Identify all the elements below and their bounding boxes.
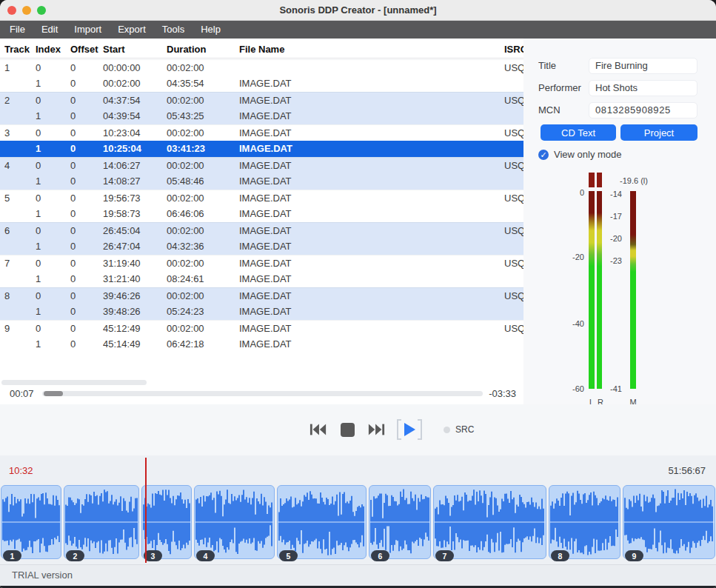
cell-file: IMAGE.DAT bbox=[239, 190, 402, 207]
audio-clip[interactable]: 8 bbox=[549, 485, 620, 559]
audio-clip[interactable]: 7 bbox=[433, 485, 546, 559]
cell-file: IMAGE.DAT bbox=[239, 238, 402, 255]
clip-indicator-left bbox=[589, 173, 595, 187]
cell-duration: 00:02:00 bbox=[167, 125, 235, 141]
track-list-body: 10000:00:0000:02:00USQ1000:02:0004:35:54… bbox=[0, 59, 523, 353]
cell-duration: 00:02:00 bbox=[167, 93, 235, 109]
cell-start: 39:48:26 bbox=[103, 304, 164, 320]
table-row[interactable]: 30010:23:0400:02:00IMAGE.DATUSQ bbox=[0, 124, 523, 141]
main-area: TrackIndexOffsetStartDurationFile NameIS… bbox=[0, 39, 716, 404]
mcn-field[interactable] bbox=[589, 102, 697, 118]
cell-file: IMAGE.DAT bbox=[239, 304, 402, 320]
seek-slider-thumb[interactable] bbox=[44, 391, 63, 396]
menu-item-help[interactable]: Help bbox=[193, 21, 229, 39]
audio-clip[interactable]: 3 bbox=[141, 485, 192, 559]
cell-duration: 04:35:54 bbox=[167, 76, 235, 92]
audio-clip[interactable]: 4 bbox=[194, 485, 275, 559]
column-header-offset[interactable]: Offset bbox=[70, 42, 100, 59]
m-scale-tick: -20 bbox=[594, 234, 622, 243]
cell-index: 0 bbox=[36, 321, 65, 337]
audio-clip[interactable]: 9 bbox=[623, 485, 715, 559]
table-row[interactable]: 80039:46:2600:02:00IMAGE.DATUSQ bbox=[0, 287, 523, 304]
clip-indicator-right bbox=[597, 173, 602, 187]
play-button[interactable] bbox=[397, 419, 422, 440]
performer-field[interactable] bbox=[589, 80, 697, 96]
cell-index: 1 bbox=[36, 108, 65, 124]
table-row[interactable]: 1039:48:2605:24:23IMAGE.DAT bbox=[0, 304, 523, 320]
table-row[interactable]: 1026:47:0404:32:36IMAGE.DAT bbox=[0, 238, 523, 255]
audio-clip[interactable]: 6 bbox=[369, 485, 431, 559]
column-header-duration[interactable]: Duration bbox=[167, 42, 235, 59]
cell-track: 5 bbox=[4, 190, 34, 207]
waveform-section: 10:32 51:56:67 123456789 bbox=[0, 455, 716, 564]
column-header-isrc[interactable]: ISRC bbox=[504, 42, 523, 59]
audio-clip[interactable]: 1 bbox=[1, 485, 61, 559]
menu-item-export[interactable]: Export bbox=[110, 21, 154, 39]
column-header-file-name[interactable]: File Name bbox=[239, 42, 402, 59]
cell-start: 19:58:73 bbox=[103, 206, 164, 222]
previous-track-icon[interactable] bbox=[309, 420, 328, 439]
table-row[interactable]: 50019:56:7300:02:00IMAGE.DATUSQ bbox=[0, 190, 523, 206]
stop-icon[interactable] bbox=[338, 420, 357, 439]
cd-text-button[interactable]: CD Text bbox=[541, 124, 616, 141]
lr-scale-tick: -20 bbox=[552, 253, 584, 261]
cell-offset: 0 bbox=[70, 321, 100, 337]
table-row[interactable]: 1045:14:4906:42:18IMAGE.DAT bbox=[0, 336, 523, 353]
loudness-meter-m bbox=[630, 191, 636, 389]
cell-isrc: USQ bbox=[504, 60, 523, 76]
horizontal-scrollbar[interactable] bbox=[1, 380, 147, 385]
side-panel: Title Performer MCN CD Text Project ✓ Vi… bbox=[523, 39, 716, 404]
cell-start: 10:25:04 bbox=[103, 141, 164, 157]
menu-item-tools[interactable]: Tools bbox=[154, 21, 193, 39]
table-row[interactable]: 1004:39:5405:43:25IMAGE.DAT bbox=[0, 108, 523, 124]
audio-clip[interactable]: 5 bbox=[277, 485, 367, 559]
column-header-start[interactable]: Start bbox=[103, 42, 164, 59]
cell-isrc: USQ bbox=[504, 223, 523, 239]
table-row[interactable]: 10000:00:0000:02:00USQ bbox=[0, 59, 523, 76]
table-row[interactable]: 1031:21:4008:24:61IMAGE.DAT bbox=[0, 271, 523, 287]
next-track-icon[interactable] bbox=[367, 420, 386, 439]
menu-item-import[interactable]: Import bbox=[66, 21, 110, 39]
column-header-track[interactable]: Track bbox=[4, 42, 34, 59]
cell-isrc bbox=[504, 206, 523, 222]
table-row[interactable]: 1010:25:0403:41:23IMAGE.DAT bbox=[0, 141, 523, 157]
audio-clip[interactable]: 2 bbox=[64, 485, 139, 559]
track-number-badge: 7 bbox=[435, 550, 454, 561]
project-button[interactable]: Project bbox=[620, 124, 697, 141]
table-row[interactable]: 1000:02:0004:35:54IMAGE.DAT bbox=[0, 76, 523, 92]
view-only-mode-checkbox[interactable]: ✓ View only mode bbox=[538, 149, 622, 160]
performer-label: Performer bbox=[538, 80, 581, 96]
table-row[interactable]: 70031:19:4000:02:00IMAGE.DATUSQ bbox=[0, 255, 523, 271]
cell-track: 9 bbox=[4, 321, 34, 337]
checkmark-icon: ✓ bbox=[538, 150, 549, 160]
table-row[interactable]: 1014:08:2705:48:46IMAGE.DAT bbox=[0, 173, 523, 190]
cell-file: IMAGE.DAT bbox=[239, 125, 402, 141]
cell-file bbox=[239, 60, 402, 76]
table-row[interactable]: 40014:06:2700:02:00IMAGE.DATUSQ bbox=[0, 157, 523, 173]
cell-start: 00:02:00 bbox=[103, 76, 164, 92]
table-row[interactable]: 1019:58:7306:46:06IMAGE.DAT bbox=[0, 206, 523, 222]
title-field[interactable] bbox=[589, 58, 697, 74]
table-row[interactable]: 20004:37:5400:02:00IMAGE.DATUSQ bbox=[0, 92, 523, 108]
cell-file: IMAGE.DAT bbox=[239, 223, 402, 239]
table-row[interactable]: 60026:45:0400:02:00IMAGE.DATUSQ bbox=[0, 222, 523, 238]
src-toggle[interactable]: SRC bbox=[444, 424, 474, 435]
elapsed-time: 00:07 bbox=[10, 388, 34, 399]
seek-slider[interactable] bbox=[42, 391, 483, 396]
menu-item-file[interactable]: File bbox=[1, 21, 33, 39]
track-number-badge: 1 bbox=[3, 550, 21, 561]
cell-index: 1 bbox=[36, 173, 65, 190]
table-row[interactable]: 90045:12:4900:02:00IMAGE.DATUSQ bbox=[0, 320, 523, 336]
menu-item-edit[interactable]: Edit bbox=[33, 21, 66, 39]
cell-isrc bbox=[504, 271, 523, 287]
cell-start: 14:08:27 bbox=[103, 173, 164, 190]
cell-isrc bbox=[504, 336, 523, 353]
cell-offset: 0 bbox=[70, 336, 100, 353]
column-header-index[interactable]: Index bbox=[36, 42, 65, 59]
track-number-badge: 3 bbox=[144, 550, 162, 561]
cell-isrc bbox=[504, 108, 523, 124]
track-number-badge: 9 bbox=[625, 550, 643, 561]
cell-duration: 00:02:00 bbox=[167, 255, 235, 272]
cell-duration: 05:43:25 bbox=[167, 108, 235, 124]
playhead-line bbox=[145, 458, 147, 563]
